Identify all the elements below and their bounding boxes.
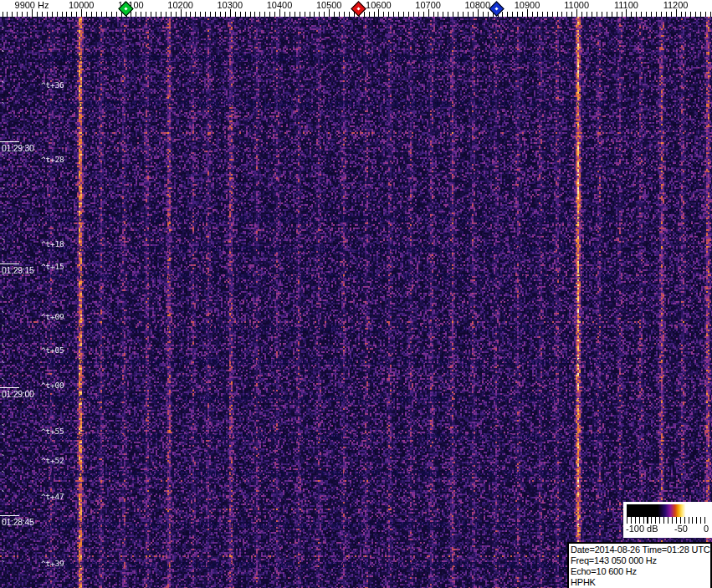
echo-detection-line: 20140826012839972 hCnt165 nb-78 f10650 h… [46, 520, 604, 529]
db-max-label: 0 [704, 524, 709, 534]
freq-minor-tick [463, 12, 464, 17]
db-scale-legend: -100 dB -50 0 [623, 502, 712, 538]
info-freq-line: Freq=143 050 000 Hz [571, 555, 709, 566]
left-edge-tick: ` [1, 28, 6, 35]
freq-minor-tick [220, 12, 221, 17]
event-seconds-label: ^t+52 [41, 456, 64, 465]
green-diamond-marker-center-dot [124, 7, 127, 10]
freq-minor-tick [210, 12, 211, 17]
freq-minor-tick [561, 12, 562, 17]
freq-minor-tick [443, 12, 443, 17]
freq-major-tick [181, 9, 182, 17]
freq-minor-tick [433, 12, 434, 17]
freq-minor-tick [300, 12, 300, 17]
freq-minor-tick [225, 12, 226, 17]
event-seconds-label: ^t+15 [41, 262, 64, 271]
freq-minor-tick [161, 12, 161, 17]
freq-minor-tick [631, 12, 632, 17]
echo-detection-line: 20140826012905676 hCnt170 nb-77 f10450 h… [46, 324, 604, 333]
freq-minor-tick [695, 12, 696, 17]
freq-minor-tick [295, 12, 295, 17]
event-seconds-label: ^t+55 [41, 427, 64, 436]
freq-minor-tick [339, 12, 340, 17]
freq-minor-tick [641, 12, 642, 17]
freq-minor-tick [369, 12, 370, 17]
freq-minor-tick [250, 12, 251, 17]
freq-minor-tick [205, 12, 206, 17]
left-edge-tick: ` [1, 562, 6, 569]
freq-minor-tick [597, 12, 597, 17]
freq-minor-tick [403, 12, 404, 17]
freq-minor-tick [473, 12, 474, 17]
freq-minor-tick [468, 12, 469, 17]
freq-minor-tick [319, 12, 320, 17]
freq-major-tick [378, 9, 379, 17]
left-edge-tick: ` [1, 104, 6, 110]
freq-minor-tick [12, 12, 13, 17]
freq-minor-tick [334, 12, 335, 17]
echo-detection-line: 20140826012915272 hCnt172 nb-78 f10700 h… [46, 244, 595, 253]
freq-minor-tick [656, 12, 657, 17]
freq-minor-tick [607, 12, 607, 17]
freq-minor-tick [47, 12, 48, 17]
freq-minor-tick [314, 12, 315, 17]
freq-minor-tick [622, 12, 622, 17]
info-echo-line: Echo=10 600 Hz [571, 566, 709, 577]
freq-minor-tick [22, 12, 23, 17]
time-axis-label: 01:29:15 [2, 265, 33, 275]
freq-minor-tick [200, 12, 201, 17]
freq-minor-tick [571, 12, 572, 17]
freq-minor-tick [215, 12, 216, 17]
freq-minor-tick [374, 12, 375, 17]
left-edge-tick: ` [1, 240, 6, 247]
freq-minor-tick [42, 12, 43, 17]
freq-minor-tick [57, 12, 58, 17]
freq-minor-tick [705, 12, 706, 17]
freq-minor-tick [685, 12, 686, 17]
freq-major-tick [279, 9, 280, 17]
left-edge-tick: ` [1, 263, 6, 269]
event-seconds-label: ^t+39 [41, 559, 64, 568]
freq-minor-tick [666, 12, 667, 17]
freq-minor-tick [7, 12, 8, 17]
left-edge-tick: ` [1, 189, 6, 196]
event-seconds-label: ^t+28 [41, 155, 64, 164]
freq-major-tick [626, 9, 627, 17]
freq-minor-tick [254, 12, 255, 17]
freq-minor-tick [71, 12, 72, 17]
freq-major-tick [32, 9, 33, 17]
info-box: Date=2014-08-26 Time=01:28 UTC Freq=143 … [567, 542, 712, 588]
left-edge-tick: ` [1, 156, 6, 162]
freq-minor-tick [681, 12, 682, 17]
freq-minor-tick [418, 12, 419, 17]
freq-minor-tick [661, 12, 662, 17]
event-seconds-label: ^t+09 [41, 312, 64, 321]
meteor-echo-spectrogram-window: 9900 Hz100001010010200103001040010500106… [0, 0, 712, 588]
left-edge-tick: ` [1, 275, 6, 282]
freq-minor-tick [592, 12, 592, 17]
left-edge-tick: ` [1, 83, 6, 89]
freq-major-tick [428, 9, 429, 17]
freq-minor-tick [151, 12, 151, 17]
left-edge-tick: ` [1, 363, 6, 370]
event-seconds-label: ^t+36 [41, 80, 64, 89]
freq-minor-tick [91, 12, 92, 17]
frequency-axis: 9900 Hz100001010010200103001040010500106… [0, 0, 712, 17]
freq-minor-tick [617, 12, 617, 17]
freq-minor-tick [581, 12, 582, 17]
event-seconds-label: ^t+00 [41, 381, 64, 390]
freq-minor-tick [651, 12, 652, 17]
freq-minor-tick [522, 12, 523, 17]
freq-minor-tick [408, 12, 409, 17]
left-edge-tick: ` [1, 551, 6, 558]
left-edge-tick: ` [1, 473, 6, 479]
freq-minor-tick [557, 12, 558, 17]
freq-minor-tick [269, 12, 270, 17]
freq-minor-tick [146, 12, 146, 17]
freq-major-tick [81, 9, 82, 17]
echo-detection-line: 20140826012855676 hCnt168 nb-78 f10699 h… [46, 394, 604, 403]
freq-minor-tick [552, 12, 553, 17]
freq-minor-tick [27, 12, 28, 17]
left-edge-tick: ` [1, 435, 6, 442]
freq-minor-tick [532, 12, 533, 17]
